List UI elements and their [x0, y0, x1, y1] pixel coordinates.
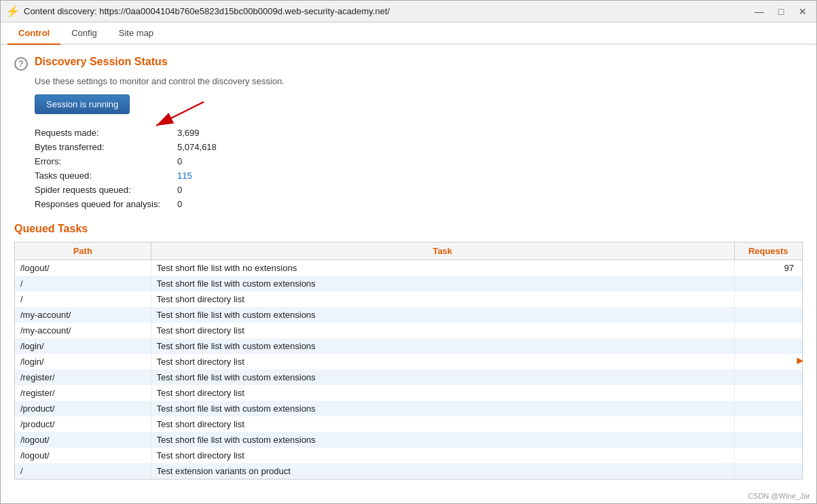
cell-requests [734, 354, 802, 370]
minimize-button[interactable]: — [751, 3, 767, 20]
cell-task: Test short directory list [151, 291, 734, 307]
cell-requests [734, 432, 802, 448]
cell-task: Test short file list with no extensions [151, 260, 734, 276]
table-row[interactable]: /Test short directory list [15, 291, 802, 307]
cell-requests: 97 [734, 260, 802, 276]
stat-value-tasks: 115 [177, 170, 192, 181]
stat-label-bytes: Bytes transferred: [35, 142, 177, 152]
cell-task: Test short file list with custom extensi… [151, 401, 734, 416]
stat-row-spider: Spider requests queued: 0 [35, 185, 803, 195]
cell-requests [734, 401, 802, 416]
tab-config[interactable]: Config [60, 22, 108, 45]
cell-task: Test short file list with custom extensi… [151, 276, 734, 291]
stat-value-requests: 3,699 [177, 128, 200, 138]
cell-requests [734, 323, 802, 338]
cell-task: Test short directory list [151, 385, 734, 401]
cell-requests [734, 276, 802, 291]
stat-row-errors: Errors: 0 [35, 156, 803, 166]
section-title-block: Discovery Session Status [35, 56, 168, 71]
tab-sitemap[interactable]: Site map [108, 22, 164, 45]
cell-requests [734, 338, 802, 354]
cell-path: /register/ [15, 385, 151, 401]
cell-task: Test short file list with custom extensi… [151, 370, 734, 385]
cell-path: /product/ [15, 401, 151, 416]
table-row[interactable]: /product/Test short file list with custo… [15, 401, 802, 416]
cell-path: /my-account/ [15, 323, 151, 338]
table-row[interactable]: /my-account/Test short directory list [15, 323, 802, 338]
col-header-path: Path [15, 242, 151, 260]
cell-requests [734, 463, 802, 479]
cell-requests [734, 307, 802, 323]
cell-requests [734, 448, 802, 463]
table-row[interactable]: /Test extension variants on product [15, 463, 802, 479]
cell-task: Test short file list with custom extensi… [151, 338, 734, 354]
stat-value-bytes: 5,074,618 [177, 142, 217, 152]
cell-path: /logout/ [15, 432, 151, 448]
queued-tasks-title: Queued Tasks [14, 223, 803, 235]
cell-requests [734, 370, 802, 385]
watermark: CSDN @Wine_Jar [748, 492, 810, 500]
section-desc: Use these settings to monitor and contro… [35, 76, 803, 86]
main-content: ? Discovery Session Status Use these set… [1, 45, 816, 501]
cell-path: /register/ [15, 370, 151, 385]
col-header-requests: Requests [734, 242, 802, 260]
queued-tasks-table: Path Task Requests /logout/Test short fi… [15, 242, 802, 479]
svg-line-1 [156, 102, 204, 126]
tab-control[interactable]: Control [7, 22, 60, 45]
table-row[interactable]: /login/Test short file list with custom … [15, 338, 802, 354]
app-icon: ⚡ [6, 5, 20, 18]
cell-path: / [15, 276, 151, 291]
help-icon[interactable]: ? [14, 57, 28, 71]
cell-path: /logout/ [15, 260, 151, 276]
cell-path: / [15, 463, 151, 479]
cell-path: /login/ [15, 338, 151, 354]
stat-label-tasks: Tasks queued: [35, 170, 177, 181]
section-title: Discovery Session Status [35, 56, 168, 68]
cell-task: Test short directory list [151, 416, 734, 432]
cell-requests [734, 291, 802, 307]
table-row[interactable]: /logout/Test short file list with custom… [15, 432, 802, 448]
cell-task: Test short directory list [151, 354, 734, 370]
cell-path: /product/ [15, 416, 151, 432]
table-row[interactable]: /logout/Test short directory list [15, 448, 802, 463]
title-bar-controls: — □ ✕ [751, 3, 811, 20]
stat-value-spider: 0 [177, 185, 182, 195]
cell-task: Test short directory list [151, 448, 734, 463]
cell-requests [734, 385, 802, 401]
cell-task: Test short directory list [151, 323, 734, 338]
stat-value-errors: 0 [177, 156, 182, 166]
title-bar: ⚡ Content discovery: https://0aa0004104b… [1, 1, 816, 22]
tab-bar: Control Config Site map [1, 22, 816, 45]
queued-tasks-table-container: Path Task Requests /logout/Test short fi… [14, 242, 803, 480]
session-running-button[interactable]: Session is running [35, 94, 130, 114]
table-header-row: Path Task Requests [15, 242, 802, 260]
title-bar-text: Content discovery: https://0aa0004104b76… [24, 6, 390, 16]
stat-value-responses: 0 [177, 199, 182, 209]
stats-grid: Requests made: 3,699 Bytes transferred: … [35, 128, 803, 209]
table-body: /logout/Test short file list with no ext… [15, 260, 802, 480]
table-row[interactable]: /register/Test short file list with cust… [15, 370, 802, 385]
stat-label-spider: Spider requests queued: [35, 185, 177, 195]
stat-label-requests: Requests made: [35, 128, 177, 138]
table-row[interactable]: /Test short file list with custom extens… [15, 276, 802, 291]
cell-path: /my-account/ [15, 307, 151, 323]
stat-label-errors: Errors: [35, 156, 177, 166]
stat-row-responses: Responses queued for analysis: 0 [35, 199, 803, 209]
cell-path: /logout/ [15, 448, 151, 463]
cell-task: Test short file list with custom extensi… [151, 307, 734, 323]
stat-row-requests: Requests made: 3,699 [35, 128, 803, 138]
title-bar-left: ⚡ Content discovery: https://0aa0004104b… [6, 5, 390, 18]
maximize-button[interactable]: □ [773, 3, 789, 20]
table-row[interactable]: /product/Test short directory list [15, 416, 802, 432]
stat-row-tasks: Tasks queued: 115 [35, 170, 803, 181]
table-row[interactable]: /my-account/Test short file list with cu… [15, 307, 802, 323]
close-button[interactable]: ✕ [795, 3, 811, 20]
table-row[interactable]: /logout/Test short file list with no ext… [15, 260, 802, 276]
cell-task: Test short file list with custom extensi… [151, 432, 734, 448]
table-row[interactable]: /login/Test short directory list [15, 354, 802, 370]
cell-path: /login/ [15, 354, 151, 370]
table-row[interactable]: /register/Test short directory list [15, 385, 802, 401]
section-header: ? Discovery Session Status [14, 56, 803, 71]
cell-requests [734, 416, 802, 432]
stat-label-responses: Responses queued for analysis: [35, 199, 177, 209]
